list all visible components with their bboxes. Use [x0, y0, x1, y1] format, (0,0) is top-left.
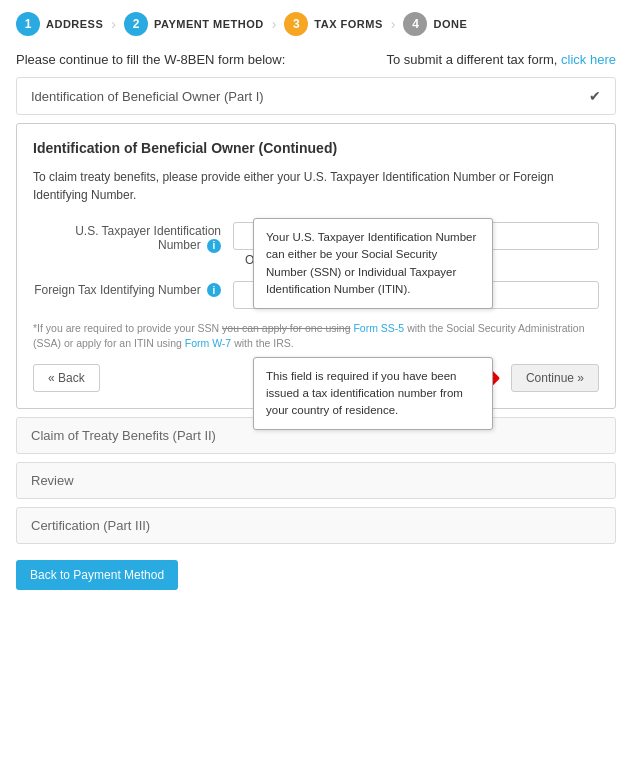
step-1: 1 ADDRESS: [16, 12, 103, 36]
step-2-label: PAYMENT METHOD: [154, 18, 264, 30]
sep-1: ›: [111, 16, 116, 32]
click-here-link[interactable]: click here: [561, 52, 616, 67]
form-card: Identification of Beneficial Owner (Cont…: [16, 123, 616, 409]
step-3-circle: 3: [284, 12, 308, 36]
step-2: 2 PAYMENT METHOD: [124, 12, 264, 36]
foreign-label: Foreign Tax Identifying Number i: [33, 277, 233, 298]
completed-accordion[interactable]: Identification of Beneficial Owner (Part…: [16, 77, 616, 115]
step-4: 4 DONE: [403, 12, 467, 36]
form-w7-link[interactable]: Form W-7: [185, 337, 231, 349]
step-3: 3 TAX FORMS: [284, 12, 382, 36]
ssn-tooltip: Your U.S. Taxpayer Identification Number…: [253, 218, 493, 309]
info-right-text: To submit a different tax form,: [386, 52, 557, 67]
step-1-label: ADDRESS: [46, 18, 103, 30]
foreign-info-icon[interactable]: i: [207, 283, 221, 297]
step-4-label: DONE: [433, 18, 467, 30]
completed-accordion-label: Identification of Beneficial Owner (Part…: [31, 89, 264, 104]
review-header[interactable]: Review: [17, 463, 615, 498]
steps-bar: 1 ADDRESS › 2 PAYMENT METHOD › 3 TAX FOR…: [16, 12, 616, 36]
sep-2: ›: [272, 16, 277, 32]
ssn-info-icon[interactable]: i: [207, 239, 221, 253]
form-card-title: Identification of Beneficial Owner (Cont…: [33, 140, 599, 156]
info-right: To submit a different tax form, click he…: [386, 52, 616, 67]
form-description: To claim treaty benefits, please provide…: [33, 168, 599, 204]
footnote: *If you are required to provide your SSN…: [33, 321, 599, 353]
info-left-text: Please continue to fill the W-8BEN form …: [16, 52, 285, 67]
ssn-row: U.S. Taxpayer Identification Number i Yo…: [33, 218, 599, 253]
review-label: Review: [31, 473, 74, 488]
step-3-label: TAX FORMS: [314, 18, 382, 30]
back-button[interactable]: « Back: [33, 364, 100, 392]
check-icon: ✔: [589, 88, 601, 104]
continue-button[interactable]: Continue »: [511, 364, 599, 392]
form-ss5-link[interactable]: Form SS-5: [353, 322, 404, 334]
info-bar: Please continue to fill the W-8BEN form …: [16, 52, 616, 67]
step-1-circle: 1: [16, 12, 40, 36]
step-2-circle: 2: [124, 12, 148, 36]
certification-label: Certification (Part III): [31, 518, 150, 533]
continue-wrapper: ➜ Continue »: [478, 364, 599, 392]
claim-treaty-label: Claim of Treaty Benefits (Part II): [31, 428, 216, 443]
foreign-tooltip: This field is required if you have been …: [253, 357, 493, 431]
review-accordion[interactable]: Review: [16, 462, 616, 499]
step-4-circle: 4: [403, 12, 427, 36]
ssn-label: U.S. Taxpayer Identification Number i: [33, 218, 233, 253]
certification-accordion[interactable]: Certification (Part III): [16, 507, 616, 544]
certification-header[interactable]: Certification (Part III): [17, 508, 615, 543]
back-to-payment-button[interactable]: Back to Payment Method: [16, 560, 178, 590]
completed-accordion-header[interactable]: Identification of Beneficial Owner (Part…: [17, 78, 615, 114]
sep-3: ›: [391, 16, 396, 32]
